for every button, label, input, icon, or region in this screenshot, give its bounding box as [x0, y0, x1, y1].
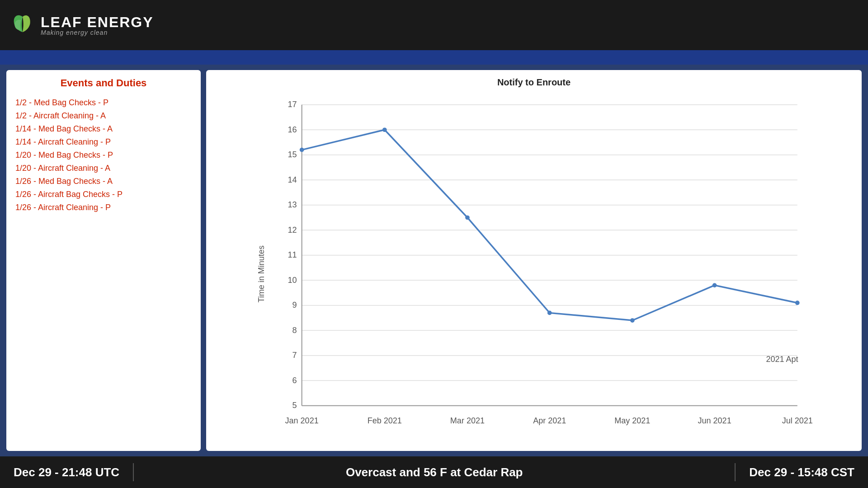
footer-divider	[133, 463, 134, 481]
svg-text:15: 15	[288, 150, 297, 159]
svg-text:11: 11	[288, 250, 297, 259]
svg-text:16: 16	[288, 125, 297, 134]
svg-text:8: 8	[292, 326, 297, 335]
chart-container: Time in Minutes 17 16 15 14 13 12	[215, 92, 853, 443]
logo-area: LEAF ENERGY Making energy clean	[9, 12, 154, 39]
footer-time-cst: Dec 29 - 15:48 CST	[749, 465, 854, 479]
chart-line	[302, 130, 797, 320]
y-axis-label: Time in Minutes	[257, 245, 266, 302]
data-point-apr	[547, 311, 552, 315]
events-list: 1/2 - Med Bag Checks - P1/2 - Aircraft C…	[15, 98, 192, 212]
svg-text:5: 5	[292, 401, 297, 410]
svg-text:17: 17	[288, 100, 297, 109]
data-point-mar	[465, 216, 470, 220]
svg-text:May 2021: May 2021	[614, 416, 650, 425]
main-content: Events and Duties 1/2 - Med Bag Checks -…	[0, 65, 868, 456]
svg-text:Feb 2021: Feb 2021	[368, 416, 402, 425]
data-point-jan	[300, 148, 304, 152]
left-panel: Events and Duties 1/2 - Med Bag Checks -…	[6, 70, 201, 451]
list-item: 1/26 - Med Bag Checks - A	[15, 177, 192, 186]
footer-time-utc: Dec 29 - 21:48 UTC	[14, 465, 119, 479]
list-item: 1/14 - Med Bag Checks - A	[15, 124, 192, 134]
list-item: 1/20 - Med Bag Checks - P	[15, 150, 192, 160]
list-item: 1/14 - Aircraft Cleaning - P	[15, 137, 192, 147]
svg-text:6: 6	[292, 376, 297, 385]
header: LEAF ENERGY Making energy clean	[0, 0, 868, 52]
logo-text: LEAF ENERGY Making energy clean	[41, 14, 154, 36]
footer: Dec 29 - 21:48 UTC Overcast and 56 F at …	[0, 456, 868, 488]
list-item: 1/26 - Aircraft Bag Checks - P	[15, 190, 192, 199]
list-item: 1/2 - Aircraft Cleaning - A	[15, 111, 192, 121]
data-point-may	[630, 318, 635, 323]
right-panel: Notify to Enroute Time in Minutes 17 16 …	[206, 70, 862, 451]
logo-main-text: LEAF ENERGY	[41, 14, 154, 31]
svg-text:14: 14	[288, 175, 297, 184]
svg-text:13: 13	[288, 200, 297, 209]
footer-divider-2	[735, 463, 736, 481]
footer-weather: Overcast and 56 F at Cedar Rap	[147, 465, 721, 479]
svg-text:Jan 2021: Jan 2021	[285, 416, 319, 425]
list-item: 1/2 - Med Bag Checks - P	[15, 98, 192, 108]
data-point-jun	[712, 283, 717, 287]
svg-text:7: 7	[292, 351, 297, 360]
chart-title: Notify to Enroute	[215, 77, 853, 88]
svg-text:Jul 2021: Jul 2021	[782, 416, 813, 425]
svg-text:Jun 2021: Jun 2021	[698, 416, 731, 425]
leaf-energy-logo-icon	[9, 12, 36, 39]
blue-banner	[0, 52, 868, 65]
data-point-feb	[382, 127, 387, 132]
logo-sub-text: Making energy clean	[41, 29, 154, 36]
list-item: 1/20 - Aircraft Cleaning - A	[15, 164, 192, 173]
data-point-jul	[795, 300, 800, 305]
svg-text:Mar 2021: Mar 2021	[450, 416, 485, 425]
panel-title: Events and Duties	[15, 77, 192, 89]
chart-svg: Time in Minutes 17 16 15 14 13 12	[215, 92, 853, 443]
apt-label: 2021 Apt	[766, 355, 798, 364]
svg-text:10: 10	[288, 276, 297, 285]
svg-text:9: 9	[292, 300, 297, 310]
svg-text:12: 12	[288, 225, 297, 235]
svg-text:Apr 2021: Apr 2021	[533, 416, 566, 425]
list-item: 1/26 - Aircraft Cleaning - P	[15, 203, 192, 212]
